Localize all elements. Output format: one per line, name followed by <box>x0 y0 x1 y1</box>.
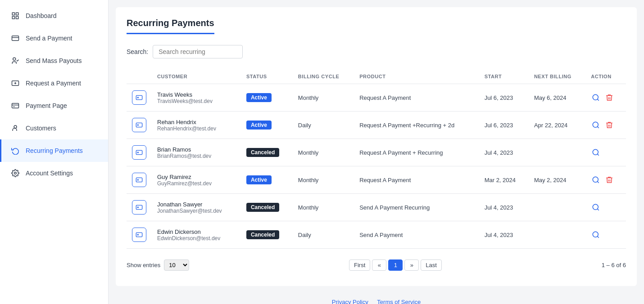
row-product-cell: Send A Payment Recurring <box>354 194 479 221</box>
next-page-button[interactable]: » <box>404 259 419 271</box>
sidebar-item-dashboard[interactable]: Dashboard <box>0 4 108 27</box>
customer-name: Rehan Hendrix <box>157 119 216 125</box>
sidebar-item-recurring-payments-label: Recurring Payments <box>26 147 83 154</box>
row-customer-cell: Rehan Hendrix RehanHendrix@test.dev <box>152 112 241 139</box>
row-start-cell: Jul 4, 2023 <box>479 194 529 221</box>
terms-of-service-link[interactable]: Terms of Service <box>377 299 421 304</box>
svg-rect-3 <box>16 17 18 19</box>
svg-line-17 <box>598 99 599 100</box>
row-customer-cell: Jonathan Sawyer JonathanSawyer@test.dev <box>152 194 241 221</box>
row-product-cell: Request A Payment + Recurring <box>354 139 479 166</box>
sidebar-item-send-payment-label: Send a Payment <box>26 35 73 42</box>
view-button[interactable] <box>591 230 601 240</box>
row-billing-cycle-cell: Monthly <box>293 194 354 221</box>
current-page-button[interactable]: 1 <box>388 259 403 271</box>
sidebar-item-send-payment[interactable]: Send a Payment <box>0 27 108 49</box>
customer-name: Guy Ramirez <box>157 174 212 180</box>
row-customer-cell: Brian Ramos BrianRamos@test.dev <box>152 139 241 166</box>
col-action: ACTION <box>585 69 626 84</box>
svg-point-5 <box>13 58 16 60</box>
view-button[interactable] <box>591 202 601 212</box>
svg-rect-1 <box>16 13 18 15</box>
payment-page-icon <box>10 101 20 111</box>
svg-point-41 <box>593 232 598 237</box>
table-row: Edwin Dickerson EdwinDickerson@test.dev … <box>127 221 626 249</box>
sidebar-item-customers-label: Customers <box>26 125 56 132</box>
customer-icon-wrap <box>132 228 146 242</box>
view-button[interactable] <box>591 120 601 130</box>
search-label: Search: <box>127 48 148 55</box>
row-start-cell: Mar 2, 2024 <box>479 166 529 194</box>
content-wrapper: Recurring Payments Search: CUSTOMER STAT… <box>116 7 637 286</box>
delete-button[interactable] <box>604 93 614 103</box>
row-status-cell: Active <box>241 84 293 112</box>
customer-email: JonathanSawyer@test.dev <box>157 208 222 214</box>
settings-icon <box>10 168 20 178</box>
customer-email: EdwinDickerson@test.dev <box>157 235 220 241</box>
delete-button[interactable] <box>604 120 614 130</box>
privacy-policy-link[interactable]: Privacy Policy <box>332 299 368 304</box>
sidebar-item-send-mass-payouts[interactable]: Send Mass Payouts <box>0 49 108 72</box>
customer-icon-wrap <box>132 90 146 105</box>
status-badge: Canceled <box>246 230 279 239</box>
footer-row: Show entries 10 25 50 100 First « 1 » La… <box>127 259 626 271</box>
table-row: Jonathan Sawyer JonathanSawyer@test.dev … <box>127 194 626 221</box>
customer-icon-wrap <box>132 118 146 132</box>
sidebar-item-account-settings[interactable]: Account Settings <box>0 162 108 184</box>
svg-point-26 <box>593 149 598 155</box>
recurring-payments-table: CUSTOMER STATUS BILLING CYCLE PRODUCT ST… <box>127 69 626 249</box>
sidebar: Dashboard Send a Payment Send Mass Payou… <box>0 0 109 304</box>
row-billing-cycle-cell: Monthly <box>293 166 354 194</box>
svg-line-42 <box>598 236 599 237</box>
row-billing-cycle-cell: Daily <box>293 221 354 249</box>
last-page-button[interactable]: Last <box>421 259 442 271</box>
send-payment-icon <box>10 33 20 43</box>
status-badge: Canceled <box>246 203 279 212</box>
row-customer-cell: Edwin Dickerson EdwinDickerson@test.dev <box>152 221 241 249</box>
row-start-cell: Jul 6, 2023 <box>479 84 529 112</box>
prev-page-button[interactable]: « <box>372 259 386 271</box>
recurring-icon <box>10 146 20 156</box>
row-action-cell <box>585 166 626 194</box>
row-status-cell: Active <box>241 112 293 139</box>
row-next-billing-cell: Apr 22, 2024 <box>529 112 585 139</box>
status-badge: Canceled <box>246 148 279 157</box>
svg-rect-4 <box>12 36 19 41</box>
status-badge: Active <box>246 93 272 102</box>
table-row: Brian Ramos BrianRamos@test.dev Canceled… <box>127 139 626 166</box>
dashboard-icon <box>10 11 20 21</box>
search-row: Search: <box>127 45 626 58</box>
request-payment-icon <box>10 78 20 88</box>
customer-name: Edwin Dickerson <box>157 228 220 235</box>
sidebar-item-request-payment[interactable]: Request a Payment <box>0 72 108 94</box>
view-button[interactable] <box>591 93 601 103</box>
table-row: Guy Ramirez GuyRamirez@test.dev Active M… <box>127 166 626 194</box>
sidebar-item-payment-page-label: Payment Page <box>26 102 67 109</box>
delete-button[interactable] <box>604 175 614 185</box>
view-button[interactable] <box>591 175 601 185</box>
page-count: 1 – 6 of 6 <box>602 262 626 268</box>
entries-select[interactable]: 10 25 50 100 <box>164 259 189 271</box>
table-row: Travis Weeks TravisWeeks@test.dev Active… <box>127 84 626 112</box>
row-action-cell <box>585 112 626 139</box>
sidebar-item-payment-page[interactable]: Payment Page <box>0 94 108 117</box>
row-start-cell: Jul 4, 2023 <box>479 139 529 166</box>
col-icon <box>127 69 152 84</box>
row-start-cell: Jul 6, 2023 <box>479 112 529 139</box>
first-page-button[interactable]: First <box>349 259 370 271</box>
search-input[interactable] <box>153 45 243 58</box>
row-icon-cell <box>127 221 152 249</box>
row-icon-cell <box>127 166 152 194</box>
sidebar-item-customers[interactable]: Customers <box>0 117 108 139</box>
sidebar-item-recurring-payments[interactable]: Recurring Payments <box>0 139 108 162</box>
row-customer-cell: Guy Ramirez GuyRamirez@test.dev <box>152 166 241 194</box>
sidebar-item-request-payment-label: Request a Payment <box>26 80 81 87</box>
row-action-cell <box>585 84 626 112</box>
view-button[interactable] <box>591 148 601 157</box>
customer-email: RehanHendrix@test.dev <box>157 125 216 132</box>
page-title: Recurring Payments <box>127 18 214 34</box>
row-icon-cell <box>127 194 152 221</box>
row-next-billing-cell <box>529 221 585 249</box>
pagination: First « 1 » Last <box>349 259 442 271</box>
customer-email: BrianRamos@test.dev <box>157 153 211 159</box>
